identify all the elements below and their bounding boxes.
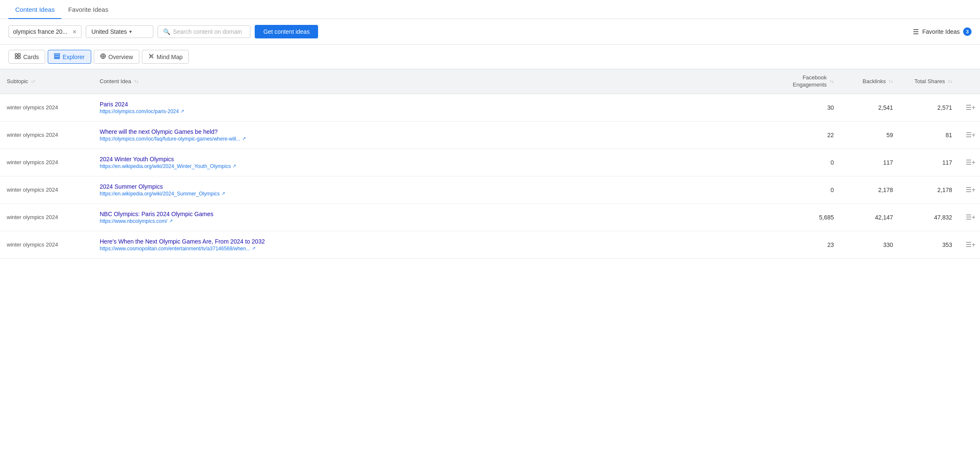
favorite-count-badge: 3 [963, 27, 972, 36]
add-to-favorites-icon[interactable]: ☰+ [966, 186, 975, 193]
table-row: winter olympics 2024 2024 Winter Youth O… [0, 149, 980, 176]
svg-line-12 [152, 54, 153, 55]
subtopic-sort[interactable]: Subtopic ↓↑ [7, 78, 35, 84]
total-shares-sort-icon: ↑↓ [948, 79, 952, 84]
tab-explorer[interactable]: Explorer [48, 50, 91, 64]
total-shares-col-label: Total Shares [915, 78, 945, 84]
app-container: Content Ideas Favorite Ideas olympics fr… [0, 0, 980, 466]
content-link[interactable]: https://en.wikipedia.org/wiki/2024_Winte… [100, 163, 231, 169]
backlinks-cell: 330 [841, 231, 900, 258]
tab-cards[interactable]: Cards [8, 50, 45, 64]
content-link[interactable]: https://www.cosmopolitan.com/entertainme… [100, 246, 250, 252]
content-title[interactable]: NBC Olympics: Paris 2024 Olympic Games [100, 211, 766, 217]
fb-sort-icon: ↑↓ [830, 79, 834, 84]
content-cell: NBC Olympics: Paris 2024 Olympic Games h… [93, 203, 773, 231]
action-cell: ☰+ [959, 176, 980, 203]
content-url: https://en.wikipedia.org/wiki/2024_Winte… [100, 163, 766, 169]
country-label: United States [91, 28, 127, 35]
content-table: Subtopic ↓↑ Content Idea ↑↓ FacebookEnga… [0, 69, 980, 259]
explorer-icon [54, 53, 60, 60]
country-select[interactable]: United States ▾ [86, 25, 153, 38]
backlinks-cell: 117 [841, 149, 900, 176]
domain-search-input[interactable]: 🔍 Search content on domain [158, 25, 250, 38]
table-row: winter olympics 2024 2024 Summer Olympic… [0, 176, 980, 203]
search-tag[interactable]: olympics france 20... ✕ [8, 25, 82, 38]
total-shares-cell: 47,832 [900, 203, 959, 231]
content-title[interactable]: Where will the next Olympic Games be hel… [100, 128, 766, 135]
close-search-tag-icon[interactable]: ✕ [72, 29, 77, 35]
subtopic-col-label: Subtopic [7, 78, 28, 84]
action-cell: ☰+ [959, 121, 980, 149]
top-tabs: Content Ideas Favorite Ideas [0, 0, 980, 19]
content-link[interactable]: https://www.nbcolympics.com/ [100, 218, 167, 224]
subtopic-cell: winter olympics 2024 [0, 94, 93, 121]
tab-mindmap[interactable]: Mind Map [142, 50, 189, 64]
favorite-ideas-button[interactable]: ☰ Favorite Ideas 3 [913, 27, 972, 36]
fb-engagements-cell: 23 [773, 231, 841, 258]
add-to-favorites-icon[interactable]: ☰+ [966, 104, 975, 111]
th-content-idea[interactable]: Content Idea ↑↓ [93, 69, 773, 94]
action-cell: ☰+ [959, 94, 980, 121]
chevron-down-icon: ▾ [129, 29, 132, 35]
add-to-favorites-icon[interactable]: ☰+ [966, 241, 975, 248]
th-backlinks[interactable]: Backlinks ↑↓ [841, 69, 900, 94]
content-link[interactable]: https://olympics.com/ioc/faq/future-olym… [100, 136, 240, 142]
action-cell: ☰+ [959, 149, 980, 176]
table-row: winter olympics 2024 Paris 2024 https://… [0, 94, 980, 121]
tab-content-ideas[interactable]: Content Ideas [8, 0, 61, 19]
subtopic-cell: winter olympics 2024 [0, 121, 93, 149]
content-title[interactable]: 2024 Summer Olympics [100, 183, 766, 190]
table-header-row: Subtopic ↓↑ Content Idea ↑↓ FacebookEnga… [0, 69, 980, 94]
content-idea-sort[interactable]: Content Idea ↑↓ [100, 78, 138, 84]
content-cell: Paris 2024 https://olympics.com/ioc/pari… [93, 94, 773, 121]
external-link-icon: ↗ [221, 191, 225, 196]
content-cell: Where will the next Olympic Games be hel… [93, 121, 773, 149]
th-fb-engagements[interactable]: FacebookEngagements ↑↓ [773, 69, 841, 94]
mindmap-icon [148, 53, 154, 60]
svg-rect-0 [15, 54, 17, 56]
tab-explorer-label: Explorer [63, 54, 84, 60]
fb-col-label: FacebookEngagements [793, 74, 827, 89]
search-tag-value: olympics france 20... [13, 28, 67, 35]
fb-sort[interactable]: FacebookEngagements ↑↓ [793, 74, 834, 89]
total-shares-cell: 2,571 [900, 94, 959, 121]
content-title[interactable]: 2024 Winter Youth Olympics [100, 156, 766, 163]
content-link[interactable]: https://olympics.com/ioc/paris-2024 [100, 108, 179, 114]
subtopic-cell: winter olympics 2024 [0, 203, 93, 231]
th-total-shares[interactable]: Total Shares ↑↓ [900, 69, 959, 94]
backlinks-sort[interactable]: Backlinks ↑↓ [863, 78, 893, 84]
svg-rect-2 [15, 57, 17, 59]
total-shares-sort[interactable]: Total Shares ↑↓ [915, 78, 952, 84]
table-row: winter olympics 2024 Where will the next… [0, 121, 980, 149]
action-cell: ☰+ [959, 203, 980, 231]
domain-search-placeholder: Search content on domain [173, 28, 242, 35]
content-cell: 2024 Summer Olympics https://en.wikipedi… [93, 176, 773, 203]
subtopic-cell: winter olympics 2024 [0, 231, 93, 258]
subtopic-sort-icon: ↓↑ [31, 79, 35, 84]
content-cell: 2024 Winter Youth Olympics https://en.wi… [93, 149, 773, 176]
external-link-icon: ↗ [180, 108, 184, 114]
th-subtopic[interactable]: Subtopic ↓↑ [0, 69, 93, 94]
content-table-wrapper: Subtopic ↓↑ Content Idea ↑↓ FacebookEnga… [0, 69, 980, 259]
svg-rect-4 [54, 54, 60, 55]
add-to-favorites-icon[interactable]: ☰+ [966, 131, 975, 138]
svg-rect-6 [54, 58, 60, 59]
add-to-favorites-icon[interactable]: ☰+ [966, 159, 975, 166]
content-title[interactable]: Paris 2024 [100, 101, 766, 108]
subtopic-cell: winter olympics 2024 [0, 149, 93, 176]
total-shares-cell: 2,178 [900, 176, 959, 203]
backlinks-col-label: Backlinks [863, 78, 886, 84]
svg-rect-10 [150, 55, 152, 57]
external-link-icon: ↗ [242, 136, 246, 141]
svg-rect-3 [18, 57, 20, 59]
content-link[interactable]: https://en.wikipedia.org/wiki/2024_Summe… [100, 191, 220, 197]
backlinks-cell: 59 [841, 121, 900, 149]
content-title[interactable]: Here's When the Next Olympic Games Are, … [100, 238, 766, 245]
toolbar: olympics france 20... ✕ United States ▾ … [0, 19, 980, 45]
get-ideas-button[interactable]: Get content ideas [255, 25, 318, 38]
total-shares-cell: 81 [900, 121, 959, 149]
content-url: https://en.wikipedia.org/wiki/2024_Summe… [100, 191, 766, 197]
add-to-favorites-icon[interactable]: ☰+ [966, 214, 975, 221]
tab-overview[interactable]: Overview [94, 50, 139, 64]
tab-favorite-ideas[interactable]: Favorite Ideas [61, 0, 115, 19]
